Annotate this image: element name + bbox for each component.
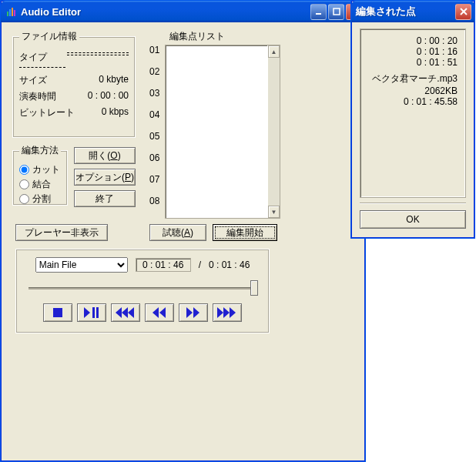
svg-marker-14 bbox=[128, 307, 134, 318]
option-button[interactable]: オプション(P) bbox=[74, 169, 136, 186]
minimize-button[interactable] bbox=[310, 4, 327, 20]
hide-player-button[interactable]: プレーヤー非表示 bbox=[15, 224, 108, 241]
rewind-fast-button[interactable] bbox=[111, 303, 140, 322]
row-num: 01 bbox=[149, 45, 165, 66]
duration-label: 演奏時間 bbox=[19, 90, 56, 103]
start-edit-button[interactable]: 編集開始 bbox=[213, 224, 277, 241]
dialog-filename: ベクタ君マーチ.mp3 bbox=[368, 72, 458, 85]
duration-value: 0 : 00 : 00 bbox=[88, 90, 129, 103]
svg-rect-4 bbox=[316, 13, 321, 15]
maximize-button[interactable] bbox=[328, 4, 344, 20]
svg-marker-9 bbox=[84, 307, 90, 318]
bitrate-value: 0 kbps bbox=[102, 106, 129, 119]
editpoints-scrollbar[interactable]: ▲ ▼ bbox=[267, 45, 280, 218]
row-num: 08 bbox=[149, 196, 165, 217]
dialog-title: 編集された点 bbox=[356, 5, 454, 18]
time-separator: / bbox=[199, 259, 201, 270]
edited-time: 0 : 01 : 16 bbox=[368, 46, 458, 57]
file-select[interactable]: Main File bbox=[35, 257, 128, 273]
dialog-close-button[interactable] bbox=[455, 4, 471, 20]
edited-time: 0 : 00 : 20 bbox=[368, 35, 458, 46]
svg-marker-15 bbox=[153, 307, 159, 318]
stop-button[interactable] bbox=[43, 303, 72, 322]
dialog-duration: 0 : 01 : 45.58 bbox=[368, 96, 458, 107]
edited-time: 0 : 01 : 51 bbox=[368, 57, 458, 68]
scroll-up-icon[interactable]: ▲ bbox=[268, 45, 280, 58]
editpoints-list[interactable]: ▲ ▼ bbox=[165, 45, 280, 219]
main-titlebar[interactable]: Audio Editor bbox=[1, 1, 365, 22]
radio-join[interactable]: 結合 bbox=[19, 178, 61, 191]
svg-rect-5 bbox=[334, 8, 340, 15]
svg-rect-3 bbox=[14, 10, 15, 16]
bitrate-label: ビットレート bbox=[19, 106, 75, 119]
dialog-titlebar[interactable]: 編集された点 bbox=[351, 1, 474, 22]
svg-marker-21 bbox=[230, 307, 236, 318]
svg-rect-10 bbox=[92, 307, 95, 318]
row-num: 05 bbox=[149, 131, 165, 152]
row-num: 07 bbox=[149, 174, 165, 196]
main-title: Audio Editor bbox=[21, 6, 309, 18]
dialog-filesize: 2062KB bbox=[368, 85, 458, 96]
svg-rect-11 bbox=[96, 307, 99, 318]
duration-display: 0 : 01 : 46 bbox=[209, 259, 250, 270]
svg-marker-20 bbox=[223, 307, 230, 318]
file-info-legend: ファイル情報 bbox=[19, 30, 79, 43]
exit-button[interactable]: 終了 bbox=[74, 190, 136, 207]
row-num: 02 bbox=[149, 66, 165, 88]
svg-marker-13 bbox=[122, 307, 128, 318]
row-num: 06 bbox=[149, 152, 165, 174]
radio-split[interactable]: 分割 bbox=[19, 192, 61, 206]
app-icon bbox=[5, 5, 18, 18]
svg-marker-16 bbox=[159, 307, 166, 318]
dialog-content: 0 : 00 : 20 0 : 01 : 16 0 : 01 : 51 ベクタ君… bbox=[360, 28, 466, 198]
svg-rect-2 bbox=[12, 8, 13, 16]
forward-button[interactable] bbox=[179, 303, 208, 322]
edit-method-legend: 編集方法 bbox=[19, 144, 61, 157]
dialog-window: 編集された点 0 : 00 : 20 0 : 01 : 16 0 : 01 : … bbox=[350, 0, 475, 239]
row-num: 03 bbox=[149, 88, 165, 109]
editpoints-legend: 編集点リスト bbox=[169, 30, 280, 43]
svg-marker-19 bbox=[217, 307, 223, 318]
svg-rect-8 bbox=[53, 308, 62, 317]
dialog-ok-button[interactable]: OK bbox=[360, 210, 466, 229]
radio-cut[interactable]: カット bbox=[19, 163, 61, 176]
position-slider[interactable] bbox=[25, 282, 260, 294]
play-pause-button[interactable] bbox=[77, 303, 106, 322]
size-label: サイズ bbox=[19, 74, 47, 87]
edit-method-group: 編集方法 カット 結合 分割 bbox=[12, 144, 68, 206]
position-display: 0 : 01 : 46 bbox=[136, 258, 191, 272]
svg-marker-18 bbox=[193, 307, 199, 318]
svg-marker-12 bbox=[116, 307, 122, 318]
scroll-down-icon[interactable]: ▼ bbox=[268, 206, 280, 218]
rewind-button[interactable] bbox=[145, 303, 174, 322]
forward-fast-button[interactable] bbox=[213, 303, 242, 322]
row-num: 04 bbox=[149, 109, 165, 131]
svg-rect-1 bbox=[9, 9, 11, 16]
listen-button[interactable]: 試聴(A) bbox=[149, 224, 206, 241]
open-button[interactable]: 開く(O) bbox=[74, 147, 136, 164]
svg-rect-0 bbox=[7, 12, 8, 16]
type-label: タイプ bbox=[19, 51, 47, 64]
main-window: Audio Editor ファイル情報 タイプ サイズ 0 kbyte bbox=[0, 0, 366, 462]
svg-marker-17 bbox=[186, 307, 193, 318]
file-info-group: ファイル情報 タイプ サイズ 0 kbyte 演奏時間 0 : 00 : 00 … bbox=[12, 30, 136, 138]
size-value: 0 kbyte bbox=[99, 74, 129, 87]
